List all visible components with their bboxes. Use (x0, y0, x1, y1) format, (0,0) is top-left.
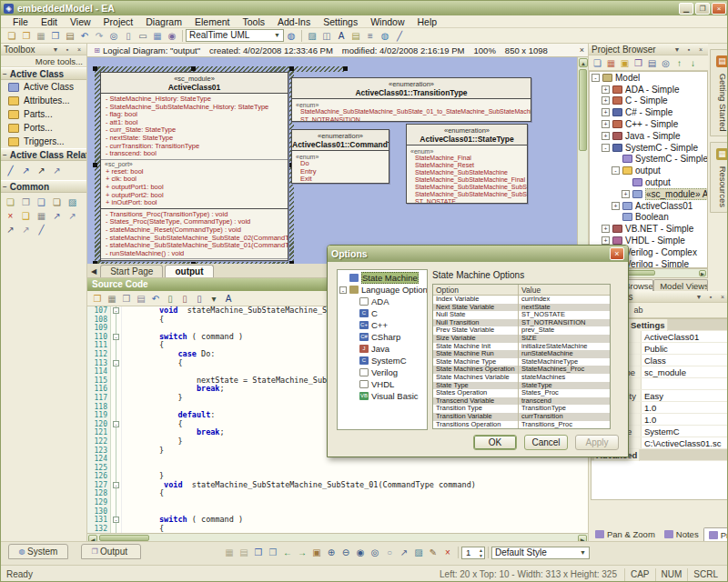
prop-spelling-icon[interactable]: ab (632, 304, 645, 317)
insert-image-icon[interactable]: ▨ (305, 29, 319, 43)
zoom-out-icon[interactable]: ⊖ (339, 546, 353, 559)
menu-item[interactable]: Add-Ins (271, 16, 317, 27)
pb-move-up-icon[interactable]: ↑ (672, 56, 686, 70)
menu-item[interactable]: Edit (35, 16, 64, 27)
redo-icon[interactable]: ↷ (92, 29, 106, 43)
fold-gutter[interactable]: - (111, 385, 122, 394)
toolbox-section-common[interactable]: −Common (1, 180, 86, 193)
fold-gutter[interactable]: - (111, 359, 122, 368)
option-row[interactable]: Transcend Variable transcend (433, 397, 610, 406)
tree-expander[interactable]: - (612, 166, 620, 175)
trace-icon[interactable]: ↗ (65, 209, 80, 223)
fold-toggle-icon[interactable]: - (113, 360, 119, 366)
column-value[interactable]: Value (519, 285, 543, 295)
tree-expander[interactable]: + (602, 132, 610, 140)
pb-add-element-icon[interactable]: ▤ (645, 56, 659, 70)
pb-new-folder-icon[interactable]: ▣ (618, 56, 632, 70)
more-tools-link[interactable]: More tools... (1, 55, 86, 67)
note-element-icon[interactable]: ❏ (3, 196, 18, 209)
option-value[interactable]: Transitions_Proc (519, 421, 575, 429)
new-file-icon[interactable]: ❏ (5, 29, 19, 43)
realization-icon[interactable]: ↗ (3, 223, 18, 236)
connect-line-icon[interactable]: ╱ (3, 164, 18, 177)
dependency-icon[interactable]: ↗ (49, 209, 65, 223)
src-generate-icon[interactable]: ▯ (192, 292, 207, 306)
close-button[interactable]: × (712, 3, 726, 15)
image-element-icon[interactable]: ▨ (65, 196, 80, 209)
style-combo[interactable]: Default Style ▼ (491, 547, 590, 559)
chevron-down-icon[interactable]: ▼ (672, 46, 682, 53)
property-value[interactable]: Easy (642, 390, 727, 401)
fold-toggle-icon[interactable]: - (113, 421, 119, 427)
minimize-button[interactable]: ▁ (679, 3, 693, 15)
tree-expander[interactable]: + (602, 108, 610, 116)
menu-item[interactable]: Help (411, 16, 444, 27)
side-tab-getting-started[interactable]: ▤ Getting Started (710, 49, 728, 136)
tree-expander[interactable]: - (339, 286, 347, 294)
canvas-vertical-scrollbar[interactable]: ▲ ▼ (577, 57, 588, 264)
options-tree-item[interactable]: C SystemC (338, 355, 427, 366)
option-value[interactable]: ST_NOTRANSITION (519, 319, 588, 327)
close-icon[interactable]: × (75, 46, 84, 53)
option-row[interactable]: States Operation States_Proc (433, 389, 610, 397)
pb-search-icon[interactable]: ◎ (659, 56, 672, 70)
src-undo-icon[interactable]: ↶ (148, 292, 163, 306)
text-element-icon[interactable]: ❐ (18, 196, 34, 209)
panel-tab[interactable]: Pan & Zoom (591, 527, 660, 541)
property-value[interactable]: SystemC (642, 426, 727, 436)
option-row[interactable]: Transition Variable currTransition (433, 413, 610, 421)
fold-gutter[interactable]: - (111, 498, 122, 507)
property-value[interactable]: sc_module (642, 366, 727, 377)
tree-item[interactable]: output (590, 176, 707, 188)
src-export-icon[interactable]: ▯ (177, 292, 192, 306)
option-value[interactable]: nextState (519, 304, 553, 312)
tree-item[interactable]: + C++ - Simple (590, 118, 707, 130)
maximize-button[interactable]: ❐ (695, 3, 710, 15)
tree-expander[interactable]: + (602, 236, 610, 245)
selection-handle[interactable] (191, 66, 196, 71)
menu-item[interactable]: Element (188, 16, 237, 27)
tab-system[interactable]: ◍ System (8, 544, 68, 559)
association-icon[interactable]: ↗ (49, 164, 65, 177)
toolbox-item[interactable]: Parts... (1, 107, 86, 121)
uml-enum-transitiontype[interactable]: «enumeration» ActiveClass01::TransitionT… (291, 77, 531, 122)
diagram-canvas[interactable]: «sc_module» ActiveClass01 - StateMachine… (87, 57, 582, 264)
document-tab[interactable]: output (165, 265, 213, 277)
option-row[interactable]: State Type StateType (433, 382, 610, 390)
option-row[interactable]: Transitions Operation Transitions_Proc (433, 421, 610, 429)
selection-handle[interactable] (93, 66, 97, 71)
option-row[interactable]: Index Variable currIndex (433, 296, 610, 304)
option-value[interactable]: initializeStateMachine (519, 343, 591, 351)
options-tree-item[interactable]: C# CSharp (338, 331, 427, 343)
fold-gutter[interactable]: - (111, 428, 122, 437)
fold-toggle-icon[interactable]: - (113, 482, 119, 488)
tree-expander[interactable]: + (602, 120, 610, 128)
src-copy-icon[interactable]: ❒ (119, 292, 134, 306)
dialog-title-bar[interactable]: Options × (328, 246, 628, 262)
src-import-icon[interactable]: ▯ (163, 292, 177, 306)
options-tree-item[interactable]: C C (338, 307, 427, 319)
close-diagram-icon[interactable]: × (580, 45, 584, 55)
property-value[interactable]: 1.0 (642, 414, 727, 425)
tree-item[interactable]: + C# - Simple (590, 106, 707, 118)
menu-item[interactable]: Window (364, 16, 410, 27)
fold-gutter[interactable]: - (111, 411, 122, 420)
pin-icon[interactable]: ▪ (706, 294, 715, 300)
pb-new-element-icon[interactable]: ❏ (591, 56, 604, 70)
line-icon[interactable]: ╱ (34, 223, 49, 236)
pb-new-package-icon[interactable]: ▦ (604, 56, 618, 70)
fold-gutter[interactable]: - (111, 350, 122, 359)
option-value[interactable]: stateMachines (519, 374, 568, 382)
set-image-icon[interactable]: ▨ (411, 546, 426, 559)
fold-gutter[interactable]: - (111, 420, 122, 429)
fold-gutter[interactable]: - (111, 455, 122, 464)
chevron-down-icon[interactable]: ▼ (51, 46, 60, 53)
option-row[interactable]: State Machines Operation StateMachines_P… (433, 366, 610, 374)
format-painter-icon[interactable]: ✎ (426, 546, 440, 559)
property-value[interactable]: 1.0 (642, 402, 727, 413)
toolbox-item[interactable]: Attributes... (1, 94, 86, 107)
fold-gutter[interactable]: - (111, 472, 122, 481)
options-tree[interactable]: State Machine - Language Options ADA (337, 269, 428, 430)
fold-gutter[interactable]: - (111, 316, 122, 325)
tree-item[interactable]: + VB.NET - Simple (590, 223, 707, 235)
